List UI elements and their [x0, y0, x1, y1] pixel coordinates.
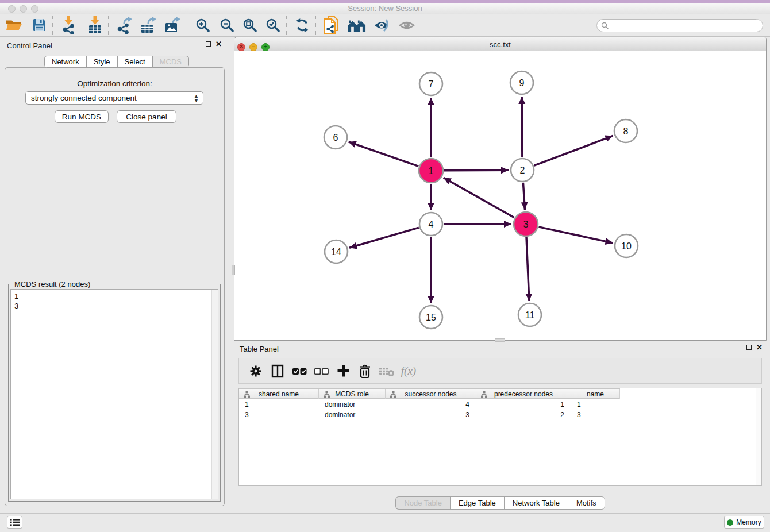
tab-network[interactable]: Network [44, 56, 86, 68]
graph-edge-1-2[interactable] [444, 170, 509, 171]
attribute-tree-icon [390, 391, 396, 398]
memory-button[interactable]: Memory [724, 516, 764, 529]
node-table: shared nameMCDS rolesuccessor nodesprede… [238, 388, 762, 486]
graph-edge-4-14[interactable] [349, 228, 419, 248]
graph-edge-3-1[interactable] [444, 178, 514, 217]
table-scrollbar[interactable] [756, 388, 761, 485]
tab-style[interactable]: Style [86, 56, 117, 68]
zoom-selected-icon[interactable] [264, 16, 282, 34]
result-scrollbar[interactable] [211, 290, 218, 499]
column-header-shared-name[interactable]: shared name [239, 389, 319, 399]
tab-node-table[interactable]: Node Table [395, 496, 450, 510]
tab-network-table[interactable]: Network Table [504, 496, 568, 510]
graph-node-label: 6 [333, 133, 338, 142]
panel-divider-handle[interactable] [495, 338, 505, 342]
column-header-predecessor-nodes[interactable]: predecessor nodes [476, 389, 571, 399]
network-window-title: scc.txt [234, 40, 766, 49]
table-cell[interactable]: 3 [239, 410, 319, 420]
tab-edge-table[interactable]: Edge Table [450, 496, 504, 510]
table-cell[interactable]: 1 [571, 399, 620, 410]
select-all-icon[interactable] [290, 363, 309, 380]
table-cell[interactable]: dominator [319, 410, 386, 420]
status-bar [0, 513, 770, 532]
table-panel-title: Table Panel [240, 345, 279, 353]
network-window-titlebar[interactable]: ✕−+ scc.txt [234, 37, 766, 51]
optimization-dropdown[interactable]: strongly connected component ▲▼ [25, 91, 203, 105]
tab-mcds[interactable]: MCDS [152, 56, 189, 68]
table-row[interactable]: 1dominator411 [239, 399, 620, 410]
refresh-layout-icon[interactable] [293, 16, 311, 34]
graph-edge-1-6[interactable] [349, 142, 419, 166]
export-image-icon[interactable] [163, 16, 182, 34]
eye-slash-icon[interactable] [373, 16, 391, 34]
zoom-out-icon[interactable] [218, 16, 236, 34]
column-header-name[interactable]: name [571, 389, 620, 399]
close-panel-icon[interactable]: ✕ [215, 41, 222, 47]
export-network-icon[interactable] [115, 16, 133, 34]
gear-icon[interactable] [246, 363, 265, 380]
table-cell[interactable]: dominator [319, 399, 386, 410]
table-header-row: shared nameMCDS rolesuccessor nodesprede… [239, 388, 620, 399]
mcds-result-box: MCDS result (2 nodes) 1 3 [8, 284, 221, 502]
toolbar-separator [108, 16, 109, 35]
function-icon: f(x) [399, 363, 418, 380]
table-row[interactable]: 3dominator323 [239, 410, 620, 420]
save-icon[interactable] [30, 16, 48, 34]
folder-open-icon[interactable] [5, 16, 23, 34]
panel-divider-handle[interactable] [232, 265, 235, 275]
table-cell[interactable]: 1 [476, 399, 571, 410]
column-header-successor-nodes[interactable]: successor nodes [386, 389, 476, 399]
graph-edge-2-3[interactable] [523, 183, 525, 210]
table-cell[interactable]: 3 [386, 410, 476, 420]
split-columns-icon[interactable] [268, 363, 287, 380]
graph-edge-3-10[interactable] [538, 227, 613, 243]
search-field[interactable] [596, 19, 763, 32]
control-panel-tabs: Network Style Select MCDS [44, 56, 189, 68]
optimization-criterion-label: Optimization criterion: [5, 79, 225, 88]
table-toolbar: f(x) [238, 358, 762, 384]
float-panel-icon[interactable] [746, 345, 752, 350]
trash-icon[interactable] [355, 363, 375, 380]
float-panel-icon[interactable] [206, 41, 211, 47]
eye-disabled-icon [398, 16, 417, 34]
export-table-icon[interactable] [139, 16, 157, 34]
graph-node-label: 7 [429, 79, 434, 89]
deselect-all-icon[interactable] [311, 363, 331, 380]
mcds-result-values: 1 3 [11, 290, 218, 313]
import-network-icon[interactable] [59, 16, 78, 34]
table-cell[interactable]: 2 [476, 410, 571, 420]
tab-select[interactable]: Select [117, 56, 152, 68]
add-icon[interactable] [333, 363, 353, 380]
graph-edge-2-8[interactable] [534, 136, 613, 165]
task-history-button[interactable] [7, 516, 22, 529]
graph-node-label: 2 [520, 165, 525, 175]
column-header-MCDS-role[interactable]: MCDS role [319, 389, 386, 399]
zoom-in-icon[interactable] [194, 16, 212, 34]
graph-edge-3-11[interactable] [526, 237, 529, 301]
list-icon [10, 518, 20, 526]
network-canvas[interactable]: 7968124314101511 [234, 51, 766, 340]
clone-network-icon[interactable] [322, 16, 341, 34]
search-icon [601, 22, 609, 30]
mcds-result-list[interactable]: 1 3 [10, 289, 218, 499]
graph-edge-2-9[interactable] [522, 97, 522, 157]
table-panel-buttons: ✕ [746, 345, 763, 350]
table-cell[interactable]: 1 [239, 399, 319, 410]
zoom-fit-icon[interactable] [241, 16, 259, 34]
home-icon[interactable] [348, 16, 366, 34]
tab-motifs[interactable]: Motifs [568, 496, 605, 510]
table-cell[interactable]: 4 [386, 399, 476, 410]
close-panel-icon[interactable]: ✕ [756, 345, 763, 350]
import-table-icon[interactable] [86, 16, 104, 34]
toolbar-separator [186, 16, 186, 35]
close-panel-button[interactable]: Close panel [117, 110, 176, 123]
search-input[interactable] [611, 21, 763, 31]
attribute-tree-icon [324, 391, 330, 398]
run-mcds-button[interactable]: Run MCDS [55, 110, 109, 123]
table-body: 1dominator4113dominator323 [239, 399, 620, 420]
network-view-window: ✕−+ scc.txt 7968124314101511 [234, 37, 767, 341]
graph-node-label: 3 [523, 219, 529, 229]
memory-status-icon [727, 519, 733, 526]
attribute-tree-icon [244, 391, 250, 398]
table-cell[interactable]: 3 [571, 410, 620, 420]
